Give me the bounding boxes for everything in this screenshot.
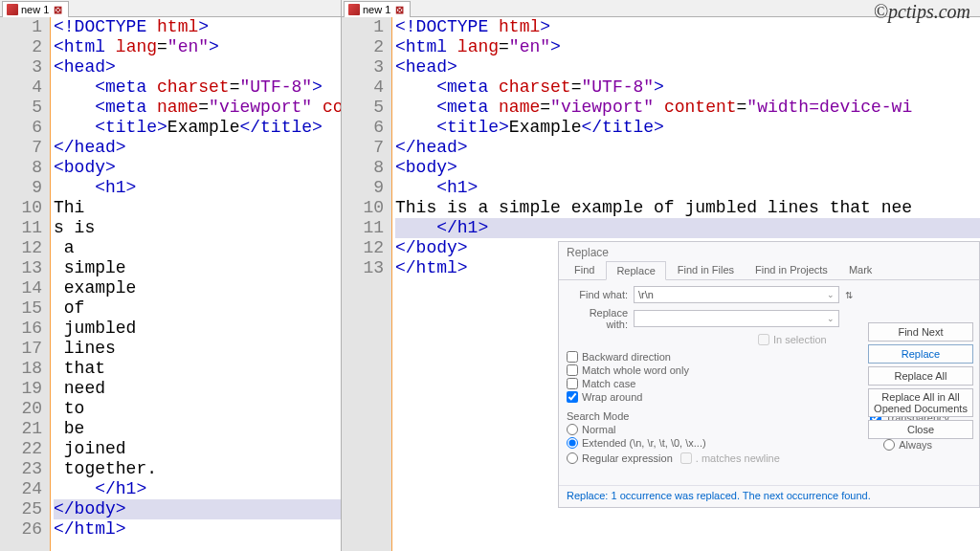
replace-all-button[interactable]: Replace All (868, 366, 973, 386)
editor-left[interactable]: 1234567891011121314151617181920212223242… (0, 17, 341, 551)
find-next-button[interactable]: Find Next (868, 322, 973, 342)
search-mode-title: Search Mode (567, 410, 780, 422)
replace-input[interactable]: ⌄ (634, 310, 839, 327)
dialog-tab-find-in-files[interactable]: Find in Files (668, 261, 744, 279)
replace-all-docs-button[interactable]: Replace All in All Opened Documents (868, 388, 973, 417)
code-area[interactable]: <!DOCTYPE html><html lang="en"><head> <m… (51, 17, 341, 551)
in-selection-checkbox: In selection (758, 334, 858, 345)
dialog-tab-replace[interactable]: Replace (606, 261, 665, 280)
dialog-tab-mark[interactable]: Mark (839, 261, 881, 279)
close-icon[interactable]: ⊠ (393, 4, 406, 16)
replace-dialog[interactable]: Replace FindReplaceFind in FilesFind in … (558, 241, 980, 508)
swap-icon[interactable]: ⇅ (839, 290, 858, 300)
tab-label: new 1 (21, 4, 49, 15)
chevron-down-icon[interactable]: ⌄ (827, 290, 835, 299)
dialog-body: Find what: \r\n⌄ ⇅ Replace with: ⌄ In se… (559, 280, 979, 481)
backward-checkbox[interactable]: Backward direction (567, 351, 858, 363)
file-icon (7, 4, 18, 15)
status-message: Replace: 1 occurrence was replaced. The … (559, 485, 979, 507)
close-icon[interactable]: ⊠ (52, 4, 64, 16)
left-editor-pane: new 1 ⊠ 12345678910111213141516171819202… (0, 0, 342, 551)
find-input[interactable]: \r\n⌄ (634, 286, 839, 303)
mode-extended-radio[interactable]: Extended (\n, \r, \t, \0, \x...) (567, 437, 780, 449)
mode-normal-radio[interactable]: Normal (567, 424, 780, 435)
line-gutter: 1234567891011121314151617181920212223242… (0, 17, 50, 551)
wrap-checkbox[interactable]: Wrap around (567, 391, 858, 403)
match-case-checkbox[interactable]: Match case (567, 378, 858, 389)
dialog-tabs: FindReplaceFind in FilesFind in Projects… (559, 261, 979, 280)
file-tab[interactable]: new 1 ⊠ (344, 1, 411, 17)
dialog-tab-find[interactable]: Find (565, 261, 604, 279)
close-button[interactable]: Close (868, 420, 973, 439)
tab-label: new 1 (363, 4, 390, 15)
replace-label: Replace with: (567, 307, 634, 330)
mode-regex-radio[interactable]: Regular expression . matches newline (567, 451, 780, 466)
replace-button[interactable]: Replace (868, 344, 973, 364)
button-column: Find Next Replace Replace All Replace Al… (868, 322, 973, 439)
trans-always-radio[interactable]: Always (883, 439, 971, 451)
chevron-down-icon[interactable]: ⌄ (827, 314, 835, 323)
whole-word-checkbox[interactable]: Match whole word only (567, 364, 858, 376)
dialog-tab-find-in-projects[interactable]: Find in Projects (746, 261, 837, 279)
file-tab[interactable]: new 1 ⊠ (2, 1, 69, 17)
find-label: Find what: (567, 289, 634, 300)
search-mode-group: Search Mode Normal Extended (\n, \r, \t,… (567, 410, 780, 468)
attribution-text: ©pctips.com (874, 1, 970, 23)
dialog-title: Replace (559, 242, 979, 261)
line-gutter: 12345678910111213 (342, 17, 391, 551)
file-icon (348, 4, 360, 15)
tab-bar-left: new 1 ⊠ (0, 0, 341, 17)
